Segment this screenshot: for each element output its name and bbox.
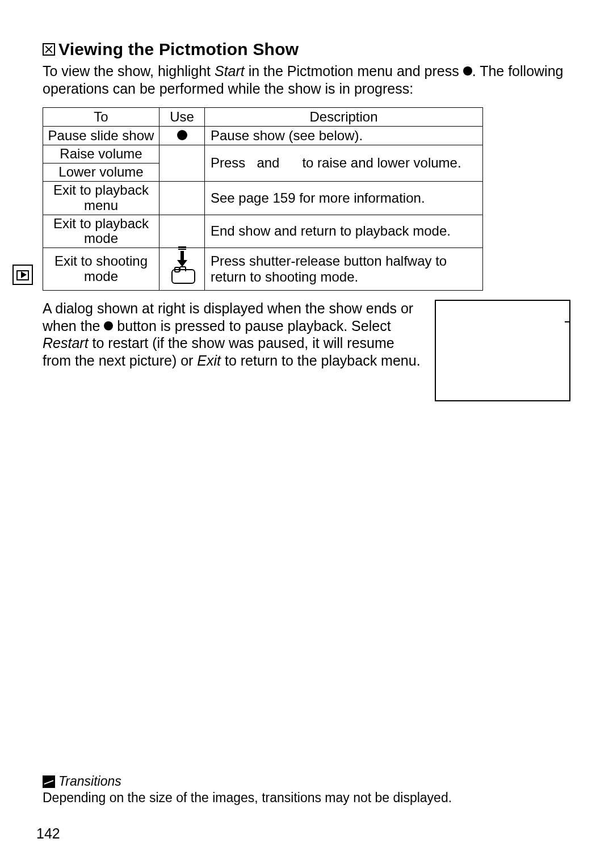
page-content: Viewing the Pictmotion Show To view the … (43, 40, 570, 401)
cell-desc: End show and return to playback mode. (205, 215, 483, 248)
cell-desc: See page 159 for more information. (205, 181, 483, 215)
section-bullet-icon (43, 43, 55, 56)
cell-to: Pause slide show (43, 127, 159, 145)
ok-button-icon (463, 66, 472, 76)
ok-button-icon (104, 321, 113, 330)
cell-desc: Press and to raise and lower volume. (205, 145, 483, 182)
playback-section-tab-icon (12, 265, 33, 285)
cell-desc: Press shutter-release button halfway to … (205, 248, 483, 291)
footnote-heading: Transitions (43, 773, 570, 789)
cell-to: Raise volume (43, 145, 159, 163)
page-number: 142 (36, 825, 60, 842)
manual-page: Viewing the Pictmotion Show To view the … (0, 0, 613, 868)
cell-to: Lower volume (43, 163, 159, 181)
table-row: Pause slide show Pause show (see below). (43, 127, 483, 145)
dialog-illustration-placeholder (435, 300, 570, 401)
cell-use (159, 127, 205, 145)
footnote: Transitions Depending on the size of the… (43, 773, 570, 806)
menu-item-exit: Exit (197, 353, 221, 368)
section-heading: Viewing the Pictmotion Show (43, 40, 570, 59)
section-title: Viewing the Pictmotion Show (58, 40, 299, 58)
table-row: Raise volume Press and to raise and lowe… (43, 145, 483, 163)
dialog-paragraph-row: A dialog shown at right is displayed whe… (43, 300, 570, 401)
cell-use (159, 145, 205, 182)
table-row: Exit to playbackmode End show and return… (43, 215, 483, 248)
cell-to: Exit to playbackmode (43, 215, 159, 248)
col-header-use: Use (159, 108, 205, 127)
cell-use (159, 181, 205, 215)
operations-table: To Use Description Pause slide show Paus… (43, 107, 483, 291)
menu-item-restart: Restart (43, 335, 89, 351)
ok-button-icon (177, 130, 187, 140)
col-header-to: To (43, 108, 159, 127)
cell-use (159, 215, 205, 248)
shutter-half-press-icon (169, 251, 196, 284)
table-row: Exit to playbackmenu See page 159 for mo… (43, 181, 483, 215)
table-header-row: To Use Description (43, 108, 483, 127)
cell-to: Exit to playbackmenu (43, 181, 159, 215)
table-row: Exit to shootingmode Press shutter-relea… (43, 248, 483, 291)
cell-use (159, 248, 205, 291)
dialog-paragraph: A dialog shown at right is displayed whe… (43, 300, 422, 369)
intro-paragraph: To view the show, highlight Start in the… (43, 62, 570, 97)
note-icon (43, 775, 55, 788)
menu-item-start: Start (215, 63, 245, 79)
cell-desc: Pause show (see below). (205, 127, 483, 145)
footnote-body: Depending on the size of the images, tra… (43, 790, 570, 806)
cell-to: Exit to shootingmode (43, 248, 159, 291)
col-header-desc: Description (205, 108, 483, 127)
